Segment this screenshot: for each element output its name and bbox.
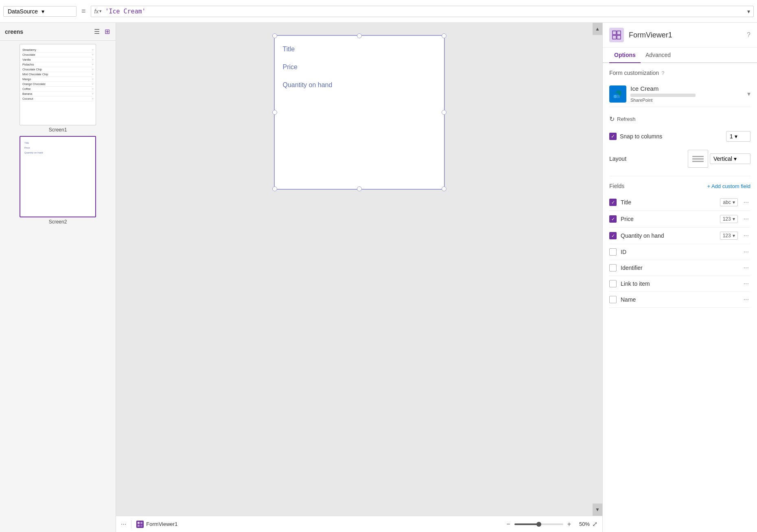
field-name-label: Link to item [621, 280, 738, 287]
layout-label: Layout [609, 155, 688, 162]
field-type-badge[interactable]: abc▾ [720, 198, 737, 206]
formula-expand-icon[interactable]: ▾ [747, 8, 750, 15]
zoom-slider-thumb[interactable] [536, 522, 541, 527]
screen2-thumb: Title Price Quantity on hand [20, 136, 96, 217]
handle-bottom-left[interactable] [272, 186, 277, 191]
screen1-label: Screen1 [49, 127, 67, 133]
svg-rect-2 [138, 525, 140, 527]
add-custom-field-label: + Add custom field [707, 183, 750, 189]
field-name-label: Identifier [621, 265, 738, 271]
field-checkbox-title[interactable]: ✓ [609, 199, 617, 206]
screens-grid-view-icon[interactable]: ⊞ [104, 27, 111, 36]
tab-options[interactable]: Options [609, 48, 641, 63]
component-name: FormViewer1 [146, 521, 177, 527]
zoom-slider[interactable] [514, 523, 563, 525]
field-more-button[interactable]: ··· [742, 232, 750, 239]
snap-to-columns-checkbox[interactable]: ✓ [609, 133, 617, 140]
thumb-title-field: Title [24, 142, 91, 144]
zoom-slider-fill [514, 523, 539, 525]
handle-middle-right[interactable] [442, 110, 446, 115]
thumb-price-field: Price [24, 147, 91, 149]
layout-chevron-icon: ▾ [734, 155, 737, 162]
fullscreen-button[interactable]: ⤢ [592, 520, 597, 528]
snap-columns-select[interactable]: 1 ▾ [726, 131, 750, 142]
panel-title: FormViewer1 [629, 31, 742, 39]
handle-bottom-center[interactable] [357, 186, 362, 191]
form-canvas[interactable]: Title Price Quantity on hand [274, 35, 445, 190]
scroll-up-button[interactable]: ▲ [593, 23, 602, 35]
field-type-label: 123 [723, 216, 731, 222]
layout-line-2 [692, 158, 704, 160]
screen1-list-item: Mango› [22, 77, 93, 82]
screen1-list-item: Strawberry› [22, 48, 93, 53]
field-name-label: Name [621, 296, 738, 303]
screens-icons: ☰ ⊞ [93, 27, 111, 36]
canvas-area: ▲ Title Price Quantity on hand ▼ ·· [116, 23, 602, 532]
component-label: FormViewer1 [136, 521, 177, 528]
screen1-item[interactable]: Strawberry›Chocolate›Vanilla›Pistachio›C… [3, 44, 112, 133]
more-options-button[interactable]: ··· [121, 521, 126, 528]
field-row: ID··· [609, 244, 750, 260]
panel-help-icon[interactable]: ? [747, 31, 750, 39]
handle-top-center[interactable] [357, 33, 362, 38]
field-type-badge[interactable]: 123▾ [720, 232, 738, 240]
field-more-button[interactable]: ··· [742, 264, 750, 271]
zoom-in-button[interactable]: + [566, 520, 573, 529]
refresh-button[interactable]: ↻ Refresh [609, 114, 750, 125]
layout-select[interactable]: Vertical ▾ [710, 153, 750, 164]
datasource-chevron-icon: ▾ [42, 8, 72, 15]
field-more-button[interactable]: ··· [742, 215, 750, 223]
tab-advanced[interactable]: Advanced [641, 48, 676, 63]
field-row: Identifier··· [609, 260, 750, 276]
field-type-chevron-icon: ▾ [733, 233, 735, 239]
snap-to-columns-label: Snap to columns [620, 133, 723, 140]
fields-list: ✓Titleabc▾···✓Price123▾···✓Quantity on h… [609, 194, 750, 308]
screen1-list-item: Coconut› [22, 96, 93, 101]
datasource-dropdown[interactable]: DataSource ▾ [3, 6, 77, 17]
field-row: ✓Quantity on hand123▾··· [609, 228, 750, 244]
screens-panel: creens ☰ ⊞ Strawberry›Chocolate›Vanilla›… [0, 23, 116, 532]
datasource-item[interactable]: Ice Cream SharePoint ▾ [609, 81, 750, 107]
handle-bottom-right[interactable] [442, 186, 446, 191]
layout-line-3 [692, 161, 704, 162]
refresh-icon: ↻ [609, 115, 615, 123]
screen1-list-item: Coffee› [22, 87, 93, 92]
handle-top-left[interactable] [272, 33, 277, 38]
field-checkbox-quantity-on-hand[interactable]: ✓ [609, 232, 617, 239]
field-more-button[interactable]: ··· [742, 280, 750, 287]
screen1-list-item: Chocolate› [22, 53, 93, 57]
form-customization-help-icon[interactable]: ? [661, 70, 664, 76]
screens-list-view-icon[interactable]: ☰ [93, 27, 101, 36]
formula-bar[interactable]: fx ▾ 'Ice Cream' ▾ [91, 6, 754, 17]
field-checkbox-identifier[interactable] [609, 264, 617, 271]
add-custom-field-button[interactable]: + Add custom field [707, 183, 750, 189]
datasource-chevron-icon[interactable]: ▾ [747, 90, 750, 98]
field-more-button[interactable]: ··· [742, 199, 750, 206]
screen1-list-item: Mint Chocolate Chip› [22, 72, 93, 77]
layout-vertical-icon [692, 156, 704, 162]
zoom-out-button[interactable]: − [505, 520, 512, 529]
fields-title: Fields [609, 183, 707, 189]
right-panel: FormViewer1 ? Options Advanced Form cust… [602, 23, 757, 532]
field-checkbox-link-to-item[interactable] [609, 280, 617, 287]
field-more-button[interactable]: ··· [742, 296, 750, 303]
formula-chevron-icon: ▾ [99, 9, 102, 14]
field-more-button[interactable]: ··· [742, 248, 750, 256]
handle-top-right[interactable] [442, 33, 446, 38]
snap-to-columns-row: ✓ Snap to columns 1 ▾ [609, 131, 750, 142]
handle-middle-left[interactable] [272, 110, 277, 115]
screen1-list-item: Banana› [22, 92, 93, 96]
screen1-list-item: Orange Chocolate› [22, 82, 93, 87]
panel-tabs: Options Advanced [603, 48, 757, 63]
scroll-down-button[interactable]: ▼ [593, 504, 602, 516]
field-row: Link to item··· [609, 276, 750, 292]
field-checkbox-price[interactable]: ✓ [609, 215, 617, 223]
layout-value: Vertical [713, 155, 732, 162]
field-checkbox-id[interactable] [609, 248, 617, 256]
svg-rect-11 [614, 95, 620, 98]
field-type-badge[interactable]: 123▾ [720, 215, 738, 223]
screen2-label: Screen2 [49, 219, 67, 225]
datasource-name: Ice Cream [630, 85, 743, 92]
field-checkbox-name[interactable] [609, 296, 617, 303]
screen2-item[interactable]: Title Price Quantity on hand Screen2 [3, 136, 112, 225]
